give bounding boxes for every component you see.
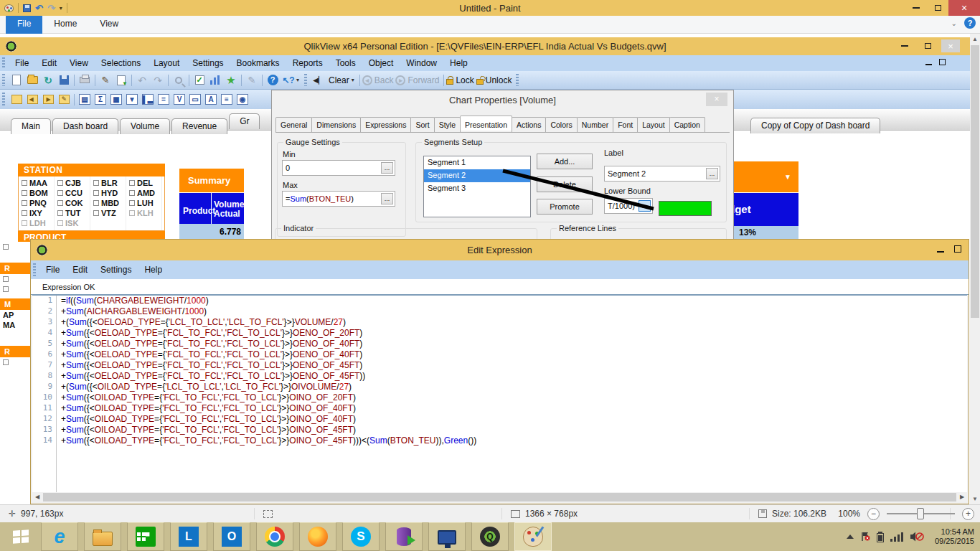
chart-tab-colors[interactable]: Colors: [545, 117, 577, 132]
ribbon-expand-icon[interactable]: ⌄: [951, 19, 957, 27]
print-icon[interactable]: [78, 74, 91, 87]
edit-script-icon[interactable]: ✎: [99, 74, 112, 87]
toolbar-overflow-icon[interactable]: ▾: [296, 77, 299, 83]
segment-item-segment-2[interactable]: Segment 2: [424, 169, 530, 182]
station-item-luh[interactable]: LUH: [129, 198, 161, 208]
segment-label-input[interactable]: Segment 2 ...: [604, 166, 720, 182]
checkbox-icon[interactable]: [57, 180, 63, 186]
code-line-13[interactable]: +Sum({<OILOAD_TYPE={'FCL_TO_FCL','FCL_TO…: [61, 425, 967, 435]
menu-window[interactable]: Window: [400, 56, 443, 70]
ee-menu-help[interactable]: Help: [138, 263, 169, 277]
checkbox-icon[interactable]: [93, 210, 99, 216]
code-line-1[interactable]: =if((Sum(CHARGABLEWEIGHT/1000): [61, 296, 967, 306]
demote-sheet-icon[interactable]: ▶: [42, 93, 55, 106]
checkbox-icon[interactable]: [22, 200, 27, 206]
station-item-ldh[interactable]: LDH: [22, 218, 54, 228]
edit-expression-menubar-grip[interactable]: [33, 263, 36, 276]
help-icon[interactable]: ?: [266, 74, 279, 87]
back-button[interactable]: Back: [374, 75, 394, 85]
quick-chart-icon[interactable]: [209, 74, 222, 87]
taskbar-lync[interactable]: L: [170, 522, 207, 551]
clear-button[interactable]: Clear: [329, 75, 349, 85]
search-icon[interactable]: [172, 74, 185, 87]
station-item-vtz[interactable]: VTZ: [93, 208, 126, 218]
summary-col-product[interactable]: Product: [179, 193, 212, 224]
station-item-klh[interactable]: KLH: [129, 208, 161, 218]
station-item-pnq[interactable]: PNQ: [22, 198, 54, 208]
station-item-maa[interactable]: MAA: [22, 178, 54, 188]
chart-tab-font[interactable]: Font: [613, 117, 638, 132]
station-item-mbd[interactable]: MBD: [93, 198, 126, 208]
forward-button[interactable]: Forward: [407, 75, 439, 85]
code-line-3[interactable]: +(Sum({<OELOAD_TYPE={'LCL_TO_LCL','LCL_T…: [61, 317, 967, 328]
checkbox-icon[interactable]: [22, 210, 27, 216]
chart-tab-expressions[interactable]: Expressions: [360, 117, 411, 132]
checkbox-icon[interactable]: [129, 200, 135, 206]
vertical-scrollbar-thumb[interactable]: [971, 45, 979, 318]
expression-editor[interactable]: 1234567891011121314 =if((Sum(CHARGABLEWE…: [32, 295, 967, 492]
chart-tab-actions[interactable]: Actions: [512, 117, 546, 132]
qlikview-restore-button[interactable]: [918, 39, 937, 52]
ribbon-tab-file[interactable]: File: [6, 16, 42, 34]
code-line-5[interactable]: +Sum({<OELOAD_TYPE={'FCL_TO_FCL','FCL_TO…: [61, 339, 967, 349]
taskbar-skype[interactable]: S: [342, 522, 380, 551]
taskbar-qlikview[interactable]: Q: [471, 522, 509, 551]
document-restore-icon[interactable]: [939, 59, 946, 65]
unlock-icon[interactable]: [476, 79, 484, 85]
ee-menu-settings[interactable]: Settings: [94, 263, 138, 277]
station-item-cok[interactable]: COK: [57, 198, 90, 208]
reload-icon[interactable]: ↻: [42, 74, 55, 87]
paint-close-button[interactable]: ×: [948, 0, 980, 16]
forward-icon[interactable]: ▸: [395, 75, 405, 85]
chevron-down-icon[interactable]: ▼: [784, 173, 791, 181]
network-signal-icon[interactable]: [890, 532, 903, 542]
checkbox-icon[interactable]: [129, 190, 135, 196]
create-statistics-icon[interactable]: Σ: [94, 93, 107, 106]
open-file-icon[interactable]: [26, 74, 39, 87]
checkbox-icon[interactable]: [22, 190, 27, 196]
station-item-del[interactable]: DEL: [129, 178, 161, 188]
checkbox-icon[interactable]: [57, 210, 63, 216]
menu-settings[interactable]: Settings: [186, 56, 230, 70]
undo-layout-icon[interactable]: ↶: [136, 74, 149, 87]
redo-layout-icon[interactable]: ↷: [151, 74, 164, 87]
max-browse-button[interactable]: ...: [381, 193, 393, 204]
ee-menu-edit[interactable]: Edit: [66, 263, 94, 277]
add-sheet-icon[interactable]: [10, 93, 23, 106]
segments-listbox[interactable]: Segment 1Segment 2Segment 3: [423, 156, 531, 217]
create-multibox-icon[interactable]: V: [173, 93, 186, 106]
ribbon-tab-home[interactable]: Home: [42, 16, 88, 34]
taskbar-chrome[interactable]: [256, 522, 293, 551]
create-slider-icon[interactable]: ≡: [220, 93, 233, 106]
add-button[interactable]: Add...: [537, 154, 593, 169]
station-item-cjb[interactable]: CJB: [57, 178, 90, 188]
taskbar-remote-desktop[interactable]: [428, 522, 466, 551]
volume-muted-icon[interactable]: [910, 531, 924, 542]
checkbox-icon[interactable]: [93, 180, 99, 186]
menu-layout[interactable]: Layout: [147, 56, 186, 70]
edit-expression-minimize-icon[interactable]: [937, 251, 944, 253]
edit-expression-maximize-icon[interactable]: [954, 245, 961, 253]
notes-icon[interactable]: ✎: [245, 74, 258, 87]
scroll-left-icon[interactable]: ◀: [32, 492, 42, 502]
scroll-right-icon[interactable]: ▶: [957, 492, 967, 502]
code-line-9[interactable]: +(Sum({<OILOAD_TYPE={'LCL_TO_LCL','LCL_T…: [61, 382, 967, 392]
paint-minimize-button[interactable]: [905, 0, 927, 16]
sheet-tab-dash-board[interactable]: Dash board: [52, 118, 118, 134]
segment-color-swatch[interactable]: [659, 201, 712, 216]
menu-object[interactable]: Object: [362, 56, 400, 70]
scroll-up-icon[interactable]: ▲: [970, 34, 980, 44]
nav-toolbar-grip[interactable]: [304, 74, 307, 87]
create-combobox-icon[interactable]: ▼: [126, 93, 138, 106]
checkbox-icon[interactable]: [22, 220, 27, 226]
segment-item-segment-3[interactable]: Segment 3: [424, 182, 530, 195]
min-input[interactable]: 0 ...: [282, 160, 395, 176]
taskbar-paint[interactable]: [514, 522, 552, 551]
zoom-slider-thumb[interactable]: [917, 508, 924, 519]
checkbox-icon[interactable]: [93, 200, 99, 206]
menu-bookmarks[interactable]: Bookmarks: [230, 56, 286, 70]
scrollbar-thumb[interactable]: [43, 493, 956, 501]
editor-horizontal-scrollbar[interactable]: ◀ ▶: [32, 492, 967, 502]
menu-edit[interactable]: Edit: [35, 56, 63, 70]
segment-item-segment-1[interactable]: Segment 1: [424, 156, 530, 169]
